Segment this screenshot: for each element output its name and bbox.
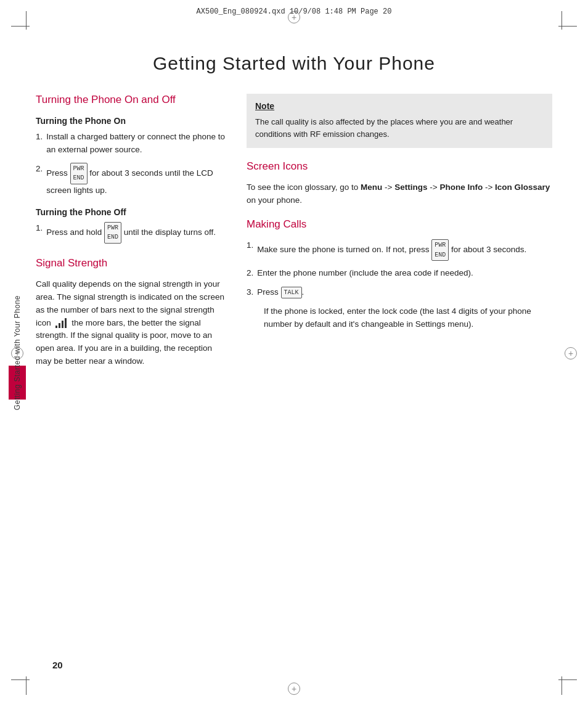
crop-mark-tr-v: [561, 11, 562, 30]
content-columns: Turning the Phone On and Off Turning the…: [36, 94, 552, 374]
calls-note: If the phone is locked, enter the lock c…: [264, 305, 552, 331]
list-num: 2.: [36, 163, 43, 197]
note-box: Note The call quality is also affected b…: [247, 94, 552, 148]
phone-off-list: 1. Press and hold PWREND until the displ…: [36, 222, 227, 244]
signal-body: Call quality depends on the signal stren…: [36, 278, 227, 368]
note-title: Note: [255, 101, 544, 111]
list-item: 1. Install a charged battery or connect …: [36, 131, 227, 157]
reg-mark-bottom: [288, 683, 300, 695]
list-content: Press PWREND for about 3 seconds until t…: [46, 163, 227, 197]
svg-rect-2: [62, 321, 63, 328]
screen-icons-body: To see the icon glossary, go to Menu -> …: [247, 181, 552, 207]
phone-on-list: 1. Install a charged battery or connect …: [36, 131, 227, 197]
list-content: Press and hold PWREND until the display …: [46, 222, 227, 244]
list-item: 3. Press TALK.: [247, 286, 552, 299]
settings-label: Settings: [394, 183, 427, 192]
pwr-end-button-icon: PWREND: [70, 163, 88, 184]
svg-rect-3: [65, 318, 67, 328]
sidebar: Getting Started with Your Phone: [0, 0, 34, 706]
phone-info-label: Phone Info: [439, 183, 483, 192]
list-item: 2. Enter the phone number (include the a…: [247, 267, 552, 280]
reg-mark-right: [565, 347, 577, 359]
subsection-heading-on: Turning the Phone On: [36, 116, 227, 126]
right-column: Note The call quality is also affected b…: [247, 94, 552, 374]
list-item: 1. Make sure the phone is turned on. If …: [247, 239, 552, 261]
file-header: AX500_Eng_080924.qxd 10/9/08 1:48 PM Pag…: [37, 7, 551, 16]
list-content: Enter the phone number (include the area…: [257, 267, 552, 280]
section-heading-icons: Screen Icons: [247, 160, 552, 173]
icon-glossary-label: Icon Glossary: [495, 183, 550, 192]
list-num: 3.: [247, 286, 253, 299]
list-num: 1.: [247, 239, 253, 261]
svg-rect-1: [59, 323, 60, 328]
list-item: 2. Press PWREND for about 3 seconds unti…: [36, 163, 227, 197]
note-text: The call quality is also affected by the…: [255, 116, 544, 141]
list-content: Press TALK.: [257, 286, 552, 299]
sidebar-label: Getting Started with Your Phone: [13, 295, 22, 410]
menu-label: Menu: [361, 183, 382, 192]
section-heading-phone-onoff: Turning the Phone On and Off: [36, 94, 227, 106]
list-item: 1. Press and hold PWREND until the displ…: [36, 222, 227, 244]
left-column: Turning the Phone On and Off Turning the…: [36, 94, 227, 374]
crop-mark-br-v: [561, 676, 562, 695]
talk-button-icon: TALK: [281, 287, 302, 299]
pwr-end-button-icon-2: PWREND: [104, 222, 121, 244]
list-content: Make sure the phone is turned on. If not…: [257, 239, 552, 261]
pwr-end-button-icon-3: PWREND: [431, 239, 449, 261]
list-num: 2.: [247, 267, 253, 280]
signal-strength-icon: [55, 318, 68, 328]
main-content: Getting Started with Your Phone Turning …: [36, 36, 552, 670]
svg-rect-0: [55, 326, 57, 328]
list-num: 1.: [36, 131, 43, 157]
section-heading-signal: Signal Strength: [36, 257, 227, 269]
subsection-heading-off: Turning the Phone Off: [36, 207, 227, 217]
list-num: 1.: [36, 222, 43, 244]
making-calls-list: 1. Make sure the phone is turned on. If …: [247, 239, 552, 299]
section-heading-calls: Making Calls: [247, 218, 552, 231]
list-content: Install a charged battery or connect the…: [46, 131, 227, 157]
page-title: Getting Started with Your Phone: [36, 53, 552, 74]
